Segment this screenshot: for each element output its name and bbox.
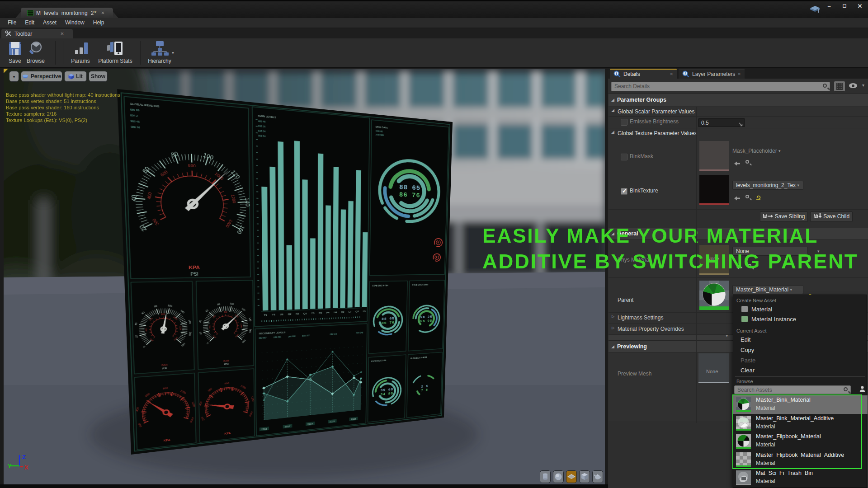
- svg-text:Y6: Y6: [272, 313, 275, 316]
- svg-text:U8: U8: [280, 313, 283, 316]
- svg-text:58 98: 58 98: [420, 319, 432, 324]
- svg-text:E: E: [437, 241, 439, 244]
- svg-text:STAB EMG 6-9685: STAB EMG 6-9685: [412, 283, 429, 286]
- svg-text:PSI: PSI: [224, 363, 228, 366]
- svg-text:800: 800: [224, 311, 227, 313]
- svg-text:PSI: PSI: [162, 367, 167, 370]
- svg-text:R9: R9: [319, 311, 322, 314]
- svg-text:800: 800: [161, 313, 165, 315]
- svg-text:STAB EMG 4-784: STAB EMG 4-784: [372, 284, 388, 287]
- svg-text:892 867: 892 867: [259, 337, 267, 339]
- svg-text:40: 40: [130, 195, 137, 202]
- svg-text:H2: H2: [341, 310, 344, 314]
- svg-text:963 54: 963 54: [258, 134, 266, 137]
- svg-text:800: 800: [163, 386, 168, 390]
- svg-text:1200: 1200: [241, 324, 243, 328]
- svg-text:86 76: 86 76: [399, 191, 420, 199]
- svg-text:BAR: BAR: [161, 363, 168, 367]
- svg-text:U4: U4: [334, 311, 337, 314]
- svg-text:H1: H1: [363, 310, 366, 313]
- svg-text:1200: 1200: [179, 326, 182, 331]
- svg-text:848 54: 848 54: [258, 130, 266, 133]
- svg-text:800: 800: [224, 382, 229, 385]
- svg-text:266 988: 266 988: [288, 335, 296, 338]
- svg-text:P4: P4: [326, 311, 330, 314]
- svg-text:PSI: PSI: [190, 272, 198, 277]
- svg-text:Z: Z: [22, 454, 26, 460]
- svg-text:86 76: 86 76: [382, 321, 395, 326]
- svg-text:800: 800: [188, 163, 196, 168]
- svg-text:T9: T9: [264, 314, 267, 317]
- svg-text:400: 400: [145, 328, 147, 331]
- svg-text:Y3: Y3: [311, 312, 314, 315]
- svg-text:X: X: [24, 464, 28, 471]
- svg-text:E: E: [436, 256, 438, 259]
- svg-text:984 948: 984 948: [356, 332, 363, 334]
- svg-text:R2: R2: [296, 312, 299, 315]
- svg-text:BAR: BAR: [223, 359, 229, 363]
- svg-text:Q3: Q3: [355, 310, 359, 313]
- svg-text:889 894: 889 894: [274, 336, 281, 338]
- svg-text:598 787: 598 787: [302, 335, 309, 337]
- svg-text:Q5: Q5: [303, 312, 307, 315]
- svg-text:140: 140: [244, 197, 251, 206]
- svg-text:Y: Y: [8, 463, 12, 469]
- svg-text:7 8: 7 8: [421, 388, 428, 392]
- svg-text:KPA: KPA: [189, 265, 200, 270]
- svg-text:894 2: 894 2: [130, 114, 138, 117]
- svg-text:692 944: 692 944: [330, 333, 337, 335]
- svg-text:L7: L7: [349, 310, 351, 313]
- svg-text:400: 400: [208, 325, 211, 328]
- svg-text:88 65: 88 65: [399, 183, 420, 192]
- svg-text:Q2: Q2: [288, 313, 291, 316]
